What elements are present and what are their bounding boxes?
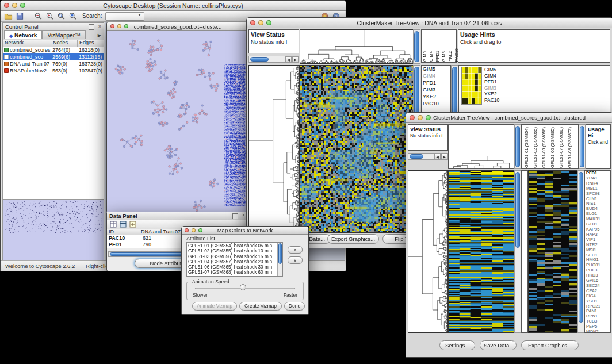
tab-network[interactable]: ◆ Network xyxy=(4,30,42,39)
network-row-selected[interactable]: combined_sco 2569(6) 13112(15) xyxy=(3,53,104,60)
attribute-item[interactable]: GPL51-02 (GSM855) heat shock 10 min xyxy=(187,248,277,254)
col-id[interactable]: ID xyxy=(107,229,139,235)
tv1-top-vscrollbar[interactable] xyxy=(413,29,420,64)
minimize-button[interactable] xyxy=(117,24,121,28)
minimize-button[interactable] xyxy=(192,228,196,232)
selection-label[interactable]: GIM4 xyxy=(484,73,499,79)
attribute-item[interactable]: GPL51-04 (GSM857) heat shock 20 min xyxy=(187,259,277,265)
close-button[interactable] xyxy=(185,228,189,232)
close-button[interactable] xyxy=(110,24,114,28)
network-row[interactable]: RNAPuberNov2 563(0) 107847(0) xyxy=(3,67,104,74)
close-button[interactable] xyxy=(250,20,255,25)
export-graphics-button[interactable]: Export Graphics... xyxy=(327,234,379,244)
select-attributes-icon[interactable] xyxy=(120,221,127,228)
tv2-overview-heatmap[interactable] xyxy=(528,170,577,333)
attribute-item[interactable]: GPL51-06 (GSM865) heat shock 30 min xyxy=(187,265,277,270)
float-panel-icon[interactable] xyxy=(232,213,238,219)
tv2-heatmap-vscrollbar[interactable] xyxy=(514,170,521,333)
column-label[interactable]: GPL51-03 (GSM856) xyxy=(541,127,546,168)
network-graph-canvas[interactable] xyxy=(107,31,247,212)
column-label[interactable]: GIM5 xyxy=(422,51,427,62)
tab-overflow-icon[interactable]: ▶ xyxy=(98,33,101,38)
selection-label[interactable]: PAC10 xyxy=(484,97,499,104)
tv1-row-dendrogram[interactable] xyxy=(248,65,300,233)
animation-slider-thumb[interactable] xyxy=(240,284,246,290)
network-row[interactable]: DNA and Tran 07 769(0) 183728(0) xyxy=(3,60,104,67)
col-nodes[interactable]: Nodes xyxy=(51,40,78,47)
minimize-button[interactable] xyxy=(258,20,263,25)
selection-label[interactable]: GIM5 xyxy=(484,67,499,73)
save-session-icon[interactable] xyxy=(16,12,24,20)
create-attribute-icon[interactable] xyxy=(129,221,136,228)
tv1-column-dendrogram[interactable] xyxy=(300,29,414,64)
scroll-left-icon[interactable]: ◀ xyxy=(434,154,441,159)
animate-vizmap-button[interactable]: Animate Vizmap xyxy=(192,302,237,311)
move-down-button[interactable]: ∨ xyxy=(288,256,303,264)
row-label[interactable]: GIM5 xyxy=(422,66,450,72)
column-label[interactable]: PFD1 xyxy=(435,51,440,62)
main-titlebar[interactable]: Cytoscape Desktop (Session Name: collins… xyxy=(1,1,346,11)
settings-button[interactable]: Settings... xyxy=(439,340,475,350)
tv1-tree-hscrollbar[interactable]: ◀ ▶ xyxy=(248,56,299,63)
row-label[interactable]: PFD1 xyxy=(422,79,450,86)
search-dropdown-arrow-icon[interactable]: ▼ xyxy=(137,13,141,17)
attribute-list-vscrollbar[interactable] xyxy=(277,243,282,276)
zoom-button[interactable] xyxy=(124,24,128,28)
row-label[interactable]: YKE2 xyxy=(422,93,450,100)
column-label[interactable]: GPL51-02 (GSM855) xyxy=(533,127,538,168)
row-label[interactable]: PAC10 xyxy=(422,100,450,107)
column-label[interactable]: GPL51-08 (GSM872) xyxy=(567,127,572,168)
attribute-item[interactable]: GPL51-01 (GSM854) heat shock 05 min xyxy=(187,243,277,248)
zoom-selected-icon[interactable] xyxy=(57,12,66,20)
minimize-button[interactable] xyxy=(12,3,17,8)
close-panel-icon[interactable]: × xyxy=(242,212,245,218)
export-graphics-button[interactable]: Export Graphics... xyxy=(521,340,579,350)
tv2-labels-top-vscrollbar[interactable] xyxy=(579,124,586,169)
tv2-tree-hscrollbar[interactable]: ◀ ▶ xyxy=(408,153,448,160)
gene-label[interactable]: MON2 xyxy=(585,329,610,333)
attribute-grid-icon[interactable] xyxy=(110,221,117,228)
column-label[interactable]: YKE2 xyxy=(447,51,453,62)
network-view-titlebar[interactable]: combined_scores_good.txt--cluste... xyxy=(107,22,248,31)
row-label[interactable]: GIM4 xyxy=(422,72,450,79)
selection-label[interactable]: PFD1 xyxy=(484,79,499,85)
minimize-button[interactable] xyxy=(418,115,423,120)
tv2-row-dendrogram[interactable] xyxy=(408,170,448,333)
tv2-heatmap[interactable] xyxy=(448,170,514,333)
scroll-right-icon[interactable]: ▶ xyxy=(441,154,447,159)
move-up-button[interactable]: ∧ xyxy=(288,246,303,254)
network-overview-canvas[interactable] xyxy=(3,199,104,260)
scroll-left-icon[interactable]: ◀ xyxy=(285,56,292,62)
row-label[interactable]: GIM3 xyxy=(422,86,450,93)
column-label[interactable]: GPL51-01 (GSM854) xyxy=(524,127,529,168)
column-label[interactable]: GIM3 xyxy=(441,51,446,62)
attribute-item[interactable]: GPL51-03 (GSM856) heat shock 15 min xyxy=(187,254,277,259)
zoom-in-icon[interactable] xyxy=(45,12,54,20)
zoom-out-icon[interactable] xyxy=(34,12,43,20)
col-network[interactable]: Network xyxy=(3,40,51,47)
zoom-button[interactable] xyxy=(198,228,202,232)
zoom-button[interactable] xyxy=(20,3,25,8)
scroll-right-icon[interactable]: ▶ xyxy=(292,56,299,62)
save-data-button[interactable]: Save Data... xyxy=(480,340,517,350)
close-button[interactable] xyxy=(4,3,9,8)
treeview1-titlebar[interactable]: ClusterMaker TreeView : DNA and Tran 07-… xyxy=(247,18,612,28)
tv2-overview-vscrollbar[interactable] xyxy=(577,170,584,333)
dialog-titlebar[interactable]: Map Colors to Network xyxy=(182,227,308,235)
tv1-heatmap[interactable] xyxy=(300,65,414,233)
selection-label[interactable]: GIM3 xyxy=(484,85,499,91)
float-panel-icon[interactable] xyxy=(89,24,94,30)
zoom-button[interactable] xyxy=(266,20,271,25)
zoom-fit-icon[interactable] xyxy=(68,12,77,20)
tv2-column-dendrogram[interactable] xyxy=(449,156,514,168)
selection-label[interactable]: YKE2 xyxy=(484,91,499,97)
create-vizmap-button[interactable]: Create Vizmap xyxy=(239,302,282,311)
open-session-icon[interactable] xyxy=(4,12,13,20)
column-label[interactable]: GPL51-06 (GSM865) xyxy=(550,127,555,168)
treeview2-titlebar[interactable]: ClusterMaker TreeView : combined_scores_… xyxy=(406,113,612,123)
tv2-top-vscrollbar[interactable] xyxy=(514,124,521,169)
network-row[interactable]: combined_scores 2764(0) 16218(0) xyxy=(3,47,104,53)
column-label[interactable]: GIM4 xyxy=(429,51,434,62)
column-label[interactable]: GPL51-07 (GSM868) xyxy=(559,127,564,168)
zoom-button[interactable] xyxy=(426,115,431,120)
